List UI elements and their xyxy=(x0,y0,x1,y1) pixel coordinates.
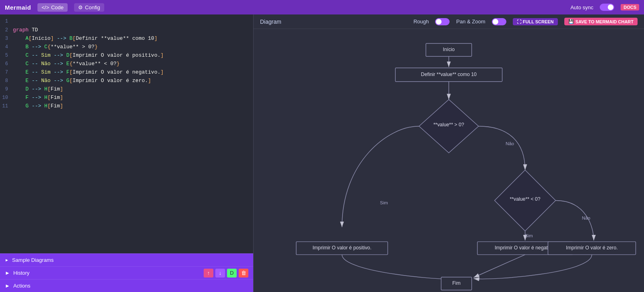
node-cond1-label: **value** > 0? xyxy=(433,122,464,127)
actions-section[interactable]: ► Actions xyxy=(0,279,253,292)
sample-diagrams-section[interactable]: ► Sample Diagrams xyxy=(0,253,253,266)
panzoom-knob xyxy=(493,19,498,25)
history-download-btn[interactable]: ↓ xyxy=(215,269,225,278)
line-content-7: E -- Sim --> F[Imprimir O valor é negati… xyxy=(13,68,164,77)
code-line-10: 10 F --> H[Fim] xyxy=(0,94,253,102)
line-num-9: 9 xyxy=(0,86,13,93)
history-label: History xyxy=(13,270,29,276)
code-line-11: 11 G --> H[Fim] xyxy=(0,102,253,111)
autosync-toggle[interactable] xyxy=(600,4,614,11)
sample-diagrams-label: Sample Diagrams xyxy=(12,257,54,263)
docs-badge[interactable]: DOCS xyxy=(621,4,639,10)
main-split: 1 2 graph TD 3 A[Início] --> B[Definir *… xyxy=(0,14,644,292)
line-num-10: 10 xyxy=(0,94,13,102)
code-line-2: 2 graph TD xyxy=(0,26,253,35)
code-line-8: 8 E -- Não --> G[Imprimir O valor é zero… xyxy=(0,77,253,85)
panzoom-toggle[interactable] xyxy=(492,18,506,25)
fullscreen-label: FULL SCREEN xyxy=(523,19,554,24)
node-zero-label: Imprimir O valor é zero. xyxy=(566,245,618,251)
line-num-7: 7 xyxy=(0,69,13,76)
tab-code[interactable]: </> Code xyxy=(37,3,68,12)
tab-config[interactable]: ⚙ Config xyxy=(74,3,104,12)
autosync-knob xyxy=(608,4,613,10)
line-content-2: graph TD xyxy=(13,26,38,35)
line-content-9: D --> H[Fim] xyxy=(13,85,63,94)
line-content-6: C -- Não --> E{**value** < 0?} xyxy=(13,60,120,68)
code-line-4: 4 B --> C{**value** > 0?} xyxy=(0,43,253,51)
node-definir-label: Definir **value** como 10 xyxy=(421,72,477,77)
config-tab-icon: ⚙ xyxy=(78,4,83,10)
code-line-9: 9 D --> H[Fim] xyxy=(0,85,253,94)
save-icon: 💾 xyxy=(568,19,574,24)
fullscreen-icon: ⛶ xyxy=(517,19,521,24)
edge-label-nao1: Não xyxy=(506,141,514,146)
rough-knob xyxy=(436,19,442,25)
line-num-5: 5 xyxy=(0,52,13,60)
diagram-title: Diagram xyxy=(260,19,281,25)
line-content-5: C -- Sim --> D[Imprimir O valor é positi… xyxy=(13,51,164,60)
actions-label: Actions xyxy=(13,283,31,289)
save-label: SAVE TO MERMAID CHART xyxy=(576,19,634,24)
history-duplicate-btn[interactable]: D xyxy=(227,269,237,278)
line-num-2: 2 xyxy=(0,27,13,34)
edge-negativo-fim xyxy=(474,255,525,278)
bottom-panel: ► Sample Diagrams ► History ↑ ↓ D 🗑 ► Ac… xyxy=(0,253,253,292)
actions-chevron: ► xyxy=(5,283,10,289)
diagram-canvas[interactable]: .fc-rect { fill: #2d2f3e; stroke: #8888a… xyxy=(254,29,644,292)
app-brand: Mermaid xyxy=(5,4,31,11)
edge-label-sim2: Sim xyxy=(525,233,533,238)
code-line-7: 7 E -- Sim --> F[Imprimir O valor é nega… xyxy=(0,68,253,77)
rough-toggle[interactable] xyxy=(435,18,450,25)
code-line-5: 5 C -- Sim --> D[Imprimir O valor é posi… xyxy=(0,51,253,60)
autosync-label: Auto sync xyxy=(570,4,593,10)
line-content-8: E -- Não --> G[Imprimir O valor é zero.] xyxy=(13,77,151,85)
code-tab-label: Code xyxy=(51,4,64,10)
edge-zero-fim xyxy=(474,255,592,279)
history-chevron: ► xyxy=(5,270,10,276)
right-panel: Diagram Rough Pan & Zoom ⛶ FULL SCREEN 💾… xyxy=(254,14,644,292)
code-line-3: 3 A[Início] --> B[Definir **value** como… xyxy=(0,35,253,43)
flowchart-svg: .fc-rect { fill: #2d2f3e; stroke: #8888a… xyxy=(254,29,644,292)
app-header: Mermaid </> Code ⚙ Config Auto sync DOCS xyxy=(0,0,644,14)
line-num-4: 4 xyxy=(0,43,13,51)
history-upload-btn[interactable]: ↑ xyxy=(204,269,213,278)
edge-label-sim1: Sim xyxy=(380,200,388,205)
code-line-1: 1 xyxy=(0,18,253,26)
fullscreen-button[interactable]: ⛶ FULL SCREEN xyxy=(513,18,558,25)
sample-diagrams-chevron: ► xyxy=(5,258,9,262)
save-button[interactable]: 💾 SAVE TO MERMAID CHART xyxy=(564,18,638,25)
node-positivo-label: Imprimir O valor é positivo. xyxy=(312,245,371,251)
code-tab-icon: </> xyxy=(41,4,49,10)
edge-cond1-cond2 xyxy=(479,126,525,170)
line-num-6: 6 xyxy=(0,60,13,68)
history-delete-btn[interactable]: 🗑 xyxy=(239,269,248,278)
line-content-4: B --> C{**value** > 0?} xyxy=(13,43,98,51)
node-cond2-label: **value** < 0? xyxy=(510,196,540,202)
config-tab-label: Config xyxy=(85,4,100,10)
code-line-6: 6 C -- Não --> E{**value** < 0?} xyxy=(0,60,253,68)
line-content-3: A[Início] --> B[Definir **value** como 1… xyxy=(13,35,157,43)
panzoom-label: Pan & Zoom xyxy=(456,19,485,25)
line-num-1: 1 xyxy=(0,18,13,25)
history-section[interactable]: ► History ↑ ↓ D 🗑 xyxy=(0,266,253,279)
edge-positivo-fim xyxy=(342,255,449,279)
history-buttons: ↑ ↓ D 🗑 xyxy=(204,269,248,278)
line-content-11: G --> H[Fim] xyxy=(13,102,63,111)
node-negativo-label: Imprimir O valor é negativo. xyxy=(495,245,555,251)
line-num-11: 11 xyxy=(0,103,13,110)
left-panel: 1 2 graph TD 3 A[Início] --> B[Definir *… xyxy=(0,14,254,292)
edge-cond1-positivo xyxy=(342,126,419,227)
line-num-3: 3 xyxy=(0,35,13,43)
diagram-header: Diagram Rough Pan & Zoom ⛶ FULL SCREEN 💾… xyxy=(254,14,644,29)
edge-cond2-zero xyxy=(555,201,594,241)
line-content-10: F --> H[Fim] xyxy=(13,94,63,102)
node-inicio-label: Início xyxy=(443,47,455,52)
rough-label: Rough xyxy=(413,19,429,25)
code-editor[interactable]: 1 2 graph TD 3 A[Início] --> B[Definir *… xyxy=(0,14,253,253)
line-num-8: 8 xyxy=(0,77,13,85)
edge-label-nao2: Não xyxy=(582,216,590,220)
node-fim-label: Fim xyxy=(452,280,461,286)
